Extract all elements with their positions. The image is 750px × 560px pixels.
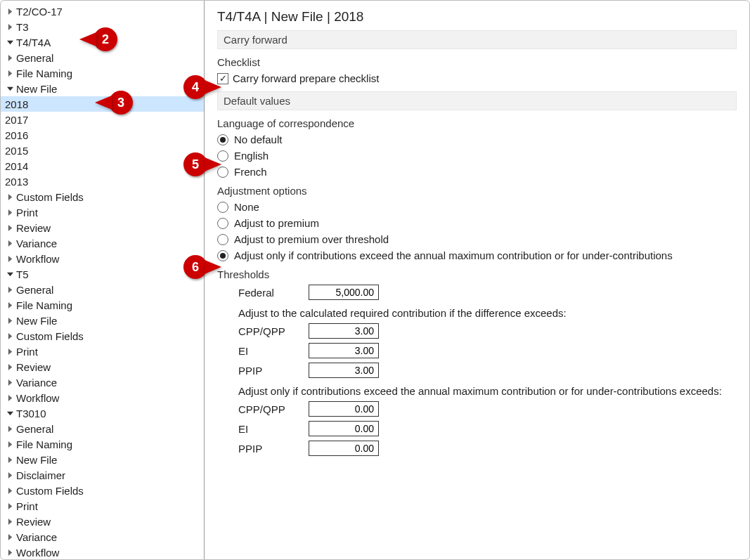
chevron-right-icon <box>5 22 15 32</box>
radio-adj-threshold[interactable]: Adjust to premium over threshold <box>217 233 737 245</box>
tree-item-t5-newfile[interactable]: New File <box>1 313 204 328</box>
tree-item-general[interactable]: General <box>1 50 204 65</box>
tree-label: File Naming <box>16 67 72 79</box>
tree-item-t3010-newfile[interactable]: New File <box>1 452 204 467</box>
sidebar: T2/CO-17 T3 T4/T4A General File Naming N… <box>1 1 205 559</box>
checkbox-label: Carry forward prepare checklist <box>233 72 379 84</box>
tree-item-t5-workflow[interactable]: Workflow <box>1 390 204 405</box>
tree-item-variance[interactable]: Variance <box>1 235 204 251</box>
tree-item-t2co17[interactable]: T2/CO-17 <box>1 4 204 19</box>
chevron-right-icon <box>5 192 15 202</box>
tree-label: 2016 <box>5 129 28 141</box>
callout-number: 6 <box>183 255 207 279</box>
radio-label: French <box>234 166 267 178</box>
thresholds-header: Thresholds <box>217 268 737 280</box>
tree-label: Variance <box>16 237 57 249</box>
tree-label: T3010 <box>16 408 46 419</box>
chevron-right-icon <box>5 331 15 341</box>
tree-item-workflow[interactable]: Workflow <box>1 251 204 266</box>
tree-label: T4/T4A <box>16 37 51 48</box>
federal-input[interactable] <box>309 285 379 300</box>
callout-number: 3 <box>109 91 133 115</box>
radio-lang-fr[interactable]: French <box>217 166 737 178</box>
tree-item-t3010-disclaimer[interactable]: Disclaimer <box>1 467 204 483</box>
radio-adj-max[interactable]: Adjust only if contributions exceed the … <box>217 249 737 261</box>
tree-label: Disclaimer <box>16 469 65 481</box>
callout-2: 2 <box>79 27 117 51</box>
tree-item-2016[interactable]: 2016 <box>1 127 204 143</box>
page-title: T4/T4A | New File | 2018 <box>217 9 737 25</box>
tree-item-t3010-print[interactable]: Print <box>1 498 204 514</box>
checklist-header: Checklist <box>217 56 737 68</box>
tree-label: Workflow <box>16 253 59 265</box>
chevron-right-icon <box>5 207 15 217</box>
radio-adj-none[interactable]: None <box>217 201 737 213</box>
tree-label: 2014 <box>5 160 28 172</box>
chevron-right-icon <box>5 439 15 449</box>
tree-label: Workflow <box>16 547 59 559</box>
cpp-input[interactable] <box>309 323 379 339</box>
tree-item-filenaming[interactable]: File Naming <box>1 65 204 81</box>
ppip-input[interactable] <box>309 363 379 378</box>
chevron-down-icon <box>5 84 15 93</box>
tree-item-customfields[interactable]: Custom Fields <box>1 189 204 204</box>
tree-item-t3010-filenaming[interactable]: File Naming <box>1 436 204 452</box>
chevron-right-icon <box>5 486 15 495</box>
tree-item-t5-print[interactable]: Print <box>1 344 204 359</box>
ei2-input[interactable] <box>309 421 379 436</box>
tree-item-t5-general[interactable]: General <box>1 282 204 297</box>
chevron-right-icon <box>5 68 15 78</box>
radio-icon[interactable] <box>217 234 228 245</box>
radio-lang-en[interactable]: English <box>217 150 737 162</box>
tree-item-t5-review[interactable]: Review <box>1 359 204 375</box>
tree-item-t5-variance[interactable]: Variance <box>1 375 204 390</box>
tree-item-review[interactable]: Review <box>1 220 204 235</box>
tree-item-t3010[interactable]: T3010 <box>1 405 204 421</box>
radio-icon[interactable] <box>217 134 228 145</box>
section-default-values: Default values <box>217 91 737 110</box>
chevron-right-icon <box>5 346 15 356</box>
tree-item-print[interactable]: Print <box>1 204 204 220</box>
tree-label: Workflow <box>16 392 59 404</box>
chevron-right-icon <box>5 254 15 263</box>
tree-label: General <box>16 284 53 296</box>
tree-label: New File <box>16 315 57 327</box>
tree-item-t3010-review[interactable]: Review <box>1 514 204 529</box>
group2-text: Adjust only if contributions exceed the … <box>238 385 737 397</box>
radio-adj-premium[interactable]: Adjust to premium <box>217 217 737 229</box>
tree-item-t5-customfields[interactable]: Custom Fields <box>1 328 204 344</box>
tree-item-2014[interactable]: 2014 <box>1 158 204 174</box>
radio-icon[interactable] <box>217 218 228 229</box>
tree-item-t5-filenaming[interactable]: File Naming <box>1 297 204 313</box>
chevron-right-icon <box>5 424 15 434</box>
ppip2-input[interactable] <box>309 441 379 456</box>
cpp2-input[interactable] <box>309 401 379 417</box>
tree-item-t3010-variance[interactable]: Variance <box>1 529 204 545</box>
chevron-right-icon <box>5 285 15 294</box>
radio-label: No default <box>234 134 282 145</box>
tree-label: File Naming <box>16 438 72 450</box>
tree-label: Variance <box>16 531 57 543</box>
ei-input[interactable] <box>309 343 379 358</box>
tree-item-2013[interactable]: 2013 <box>1 174 204 189</box>
tree-item-t5[interactable]: T5 <box>1 266 204 282</box>
tree-item-t3010-customfields[interactable]: Custom Fields <box>1 483 204 498</box>
tree-item-2015[interactable]: 2015 <box>1 143 204 158</box>
tree-item-t3010-general[interactable]: General <box>1 421 204 436</box>
tree-label: Print <box>16 346 38 358</box>
chevron-right-icon <box>5 315 15 325</box>
chevron-down-icon <box>5 37 15 47</box>
chevron-right-icon <box>5 223 15 233</box>
ei-label: EI <box>238 345 309 357</box>
tree-label: New File <box>16 83 57 95</box>
ppip-label: PPIP <box>238 365 309 377</box>
radio-lang-none[interactable]: No default <box>217 134 737 145</box>
app-window: T2/CO-17 T3 T4/T4A General File Naming N… <box>0 0 750 560</box>
tree-label: 2017 <box>5 114 28 126</box>
chevron-right-icon <box>5 532 15 542</box>
chevron-right-icon <box>5 238 15 248</box>
tree-label: File Naming <box>16 299 72 311</box>
tree-item-t3010-workflow[interactable]: Workflow <box>1 545 204 559</box>
radio-icon[interactable] <box>217 202 228 213</box>
checklist-row[interactable]: ✓ Carry forward prepare checklist <box>217 72 737 84</box>
